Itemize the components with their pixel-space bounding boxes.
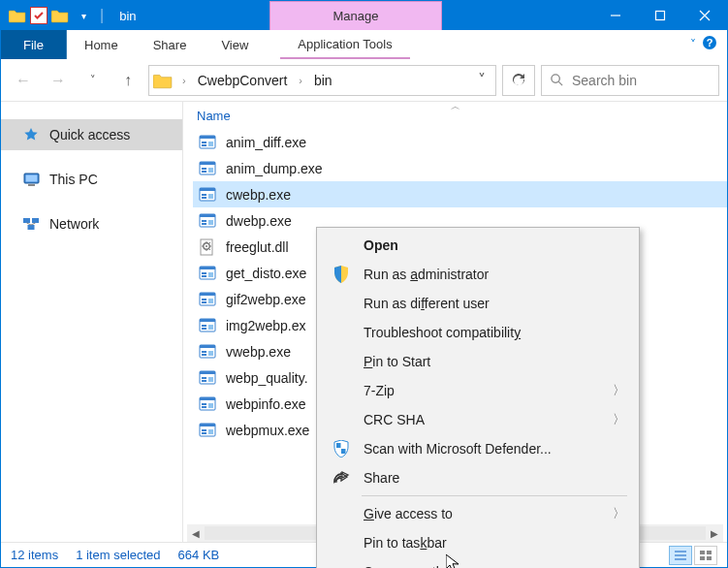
back-button[interactable]: ←: [9, 66, 38, 95]
svg-rect-79: [700, 556, 705, 560]
menu-copy-as-path[interactable]: Copy as path: [319, 557, 637, 568]
tab-share[interactable]: Share: [136, 30, 205, 59]
svg-rect-18: [202, 142, 206, 143]
status-selection: 1 item selected: [76, 548, 160, 562]
maximize-button[interactable]: [638, 1, 682, 30]
chevron-right-icon[interactable]: ›: [295, 75, 306, 86]
file-row[interactable]: anim_diff.exe: [193, 129, 727, 155]
folder-icon[interactable]: [49, 5, 71, 26]
file-name: img2webp.ex: [226, 318, 306, 333]
nav-this-pc[interactable]: This PC: [1, 164, 182, 195]
menu-run-as-admin[interactable]: Run as administrator: [319, 260, 637, 289]
file-name: webp_quality.: [226, 370, 308, 386]
file-row[interactable]: cwebp.exe: [193, 181, 727, 207]
svg-rect-9: [25, 174, 37, 181]
svg-rect-81: [336, 443, 341, 448]
up-button[interactable]: ↑: [113, 66, 142, 95]
address-dropdown-icon[interactable]: ˅: [472, 71, 491, 89]
menu-share[interactable]: Share: [319, 463, 637, 492]
exe-icon: [199, 212, 216, 230]
file-name: webpmux.exe: [226, 423, 309, 438]
file-name: webpinfo.exe: [226, 396, 306, 412]
column-header-name[interactable]: ︿ Name: [183, 102, 727, 129]
file-name: cwebp.exe: [226, 187, 291, 203]
qat-dropdown-icon[interactable]: ▾: [73, 5, 94, 26]
svg-rect-1: [656, 12, 665, 20]
help-icon[interactable]: ?: [702, 35, 717, 54]
svg-rect-51: [202, 325, 206, 327]
svg-rect-40: [200, 267, 215, 269]
qat-properties-icon[interactable]: [30, 7, 47, 24]
svg-rect-27: [200, 188, 215, 191]
nav-quick-access[interactable]: Quick access: [1, 119, 182, 150]
chevron-right-icon[interactable]: ›: [178, 75, 190, 86]
svg-rect-42: [202, 275, 206, 277]
exe-icon: [199, 291, 216, 308]
svg-rect-70: [200, 424, 215, 426]
svg-rect-48: [208, 299, 213, 303]
collapse-chevron-icon[interactable]: ︿: [451, 100, 460, 113]
status-size: 664 KB: [178, 548, 220, 562]
svg-rect-67: [202, 406, 206, 408]
menu-separator: [362, 495, 627, 496]
svg-rect-30: [208, 194, 213, 199]
menu-pin-to-start[interactable]: Pin to Start: [319, 347, 637, 376]
svg-rect-17: [200, 136, 215, 139]
menu-run-as-different-user[interactable]: Run as different user: [319, 289, 637, 318]
dll-icon: [199, 238, 216, 256]
menu-give-access[interactable]: Give access to〉: [319, 499, 637, 528]
address-bar[interactable]: › CwebpConvert › bin ˅: [148, 65, 496, 96]
svg-rect-10: [28, 184, 35, 186]
file-tab[interactable]: File: [1, 30, 67, 59]
scroll-right-icon[interactable]: ▶: [706, 524, 723, 542]
view-details-button[interactable]: [669, 546, 692, 565]
scroll-left-icon[interactable]: ◀: [187, 524, 205, 542]
file-name: vwebp.exe: [226, 344, 291, 360]
ribbon-expand-icon[interactable]: ˅: [690, 38, 696, 51]
svg-rect-29: [202, 197, 206, 199]
menu-7zip[interactable]: 7-Zip〉: [319, 376, 637, 405]
ribbon-context-group: Manage: [269, 1, 442, 30]
minimize-button[interactable]: [593, 1, 638, 30]
context-menu: Open Run as administrator Run as differe…: [316, 227, 640, 568]
breadcrumb[interactable]: bin: [312, 73, 334, 88]
file-name: anim_diff.exe: [226, 135, 306, 150]
svg-rect-11: [23, 218, 30, 223]
svg-rect-82: [341, 449, 346, 454]
tab-home[interactable]: Home: [67, 30, 136, 59]
view-large-icons-button[interactable]: [694, 546, 717, 565]
svg-rect-35: [208, 220, 213, 225]
breadcrumb[interactable]: CwebpConvert: [196, 73, 290, 88]
svg-rect-50: [200, 319, 215, 322]
search-input[interactable]: Search bin: [541, 65, 719, 96]
svg-rect-71: [202, 429, 206, 431]
nav-label: Network: [49, 216, 99, 232]
menu-troubleshoot[interactable]: Troubleshoot compatibility: [319, 318, 637, 347]
menu-open[interactable]: Open: [319, 231, 637, 260]
svg-line-7: [558, 81, 562, 85]
exe-icon: [199, 160, 216, 177]
svg-rect-73: [208, 429, 213, 434]
svg-rect-77: [700, 551, 705, 554]
file-row[interactable]: anim_dump.exe: [193, 155, 727, 181]
menu-pin-taskbar[interactable]: Pin to taskbar: [319, 528, 637, 557]
recent-locations-button[interactable]: ˅: [79, 66, 108, 95]
nav-label: This PC: [49, 172, 98, 187]
menu-crc-sha[interactable]: CRC SHA〉: [319, 405, 637, 434]
svg-rect-28: [202, 194, 206, 196]
close-button[interactable]: [682, 1, 727, 30]
svg-rect-46: [202, 299, 206, 300]
refresh-button[interactable]: [502, 65, 535, 96]
folder-icon: [153, 72, 173, 89]
forward-button[interactable]: →: [44, 66, 73, 95]
svg-rect-43: [208, 272, 213, 277]
network-icon: [22, 215, 40, 233]
file-name: get_disto.exe: [226, 266, 306, 281]
nav-network[interactable]: Network: [1, 208, 182, 239]
tab-view[interactable]: View: [204, 30, 266, 59]
svg-rect-20: [208, 142, 213, 146]
file-name: anim_dump.exe: [226, 161, 323, 176]
tab-application-tools[interactable]: Application Tools: [280, 30, 409, 59]
svg-rect-53: [208, 325, 213, 330]
menu-scan-defender[interactable]: Scan with Microsoft Defender...: [319, 434, 637, 463]
